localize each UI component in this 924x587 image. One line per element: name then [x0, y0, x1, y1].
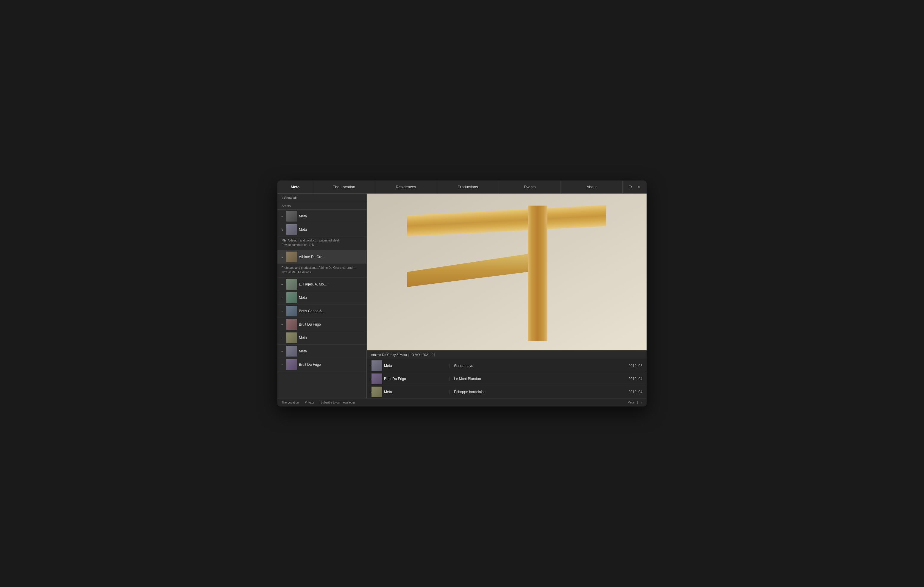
- athime-desc-line1: Prototype and production… Athime De Crec…: [282, 266, 362, 275]
- artist-label: Boris Cappe &…: [299, 309, 325, 313]
- list-item[interactable]: → Meta: [277, 210, 366, 223]
- wood-artwork: [367, 194, 647, 350]
- thumbnail: [286, 346, 297, 357]
- hero-caption: Athime De Crecy & Meta | LO-VO | 2021–04: [367, 350, 647, 359]
- thumbnail: [286, 306, 297, 316]
- arrow-right-icon: →: [280, 323, 285, 326]
- table-row[interactable]: → Bruit Du Frigo Le Mont Blandan 2019–04: [367, 372, 647, 385]
- meta-desc-line1: META design and product… patinated steel…: [282, 238, 362, 243]
- theme-icon[interactable]: ☀: [637, 185, 641, 189]
- footer-privacy-link[interactable]: Privacy: [305, 401, 315, 404]
- nav-events[interactable]: Events: [499, 181, 561, 193]
- nav-productions[interactable]: Productions: [437, 181, 499, 193]
- artist-cell: Meta: [384, 390, 449, 394]
- thumbnail: [286, 359, 297, 370]
- nav-location[interactable]: The Location: [313, 181, 375, 193]
- list-item[interactable]: → Bruit Du Frigo: [277, 358, 366, 372]
- table-row[interactable]: → Meta Guacamayo 2019–08: [367, 359, 647, 372]
- arrow-right-icon: →: [280, 296, 285, 299]
- show-all-label: ↓ Show all: [282, 196, 297, 199]
- meta-description: META design and product… patinated steel…: [277, 237, 366, 250]
- main-nav: Meta The Location Residences Productions…: [277, 181, 647, 194]
- artist-label: Meta: [299, 349, 307, 353]
- footer-location-link[interactable]: The Location: [282, 401, 299, 404]
- lang-label[interactable]: Fr: [629, 185, 632, 189]
- location-cell: Échoppe bordelaise: [449, 390, 624, 394]
- thumbnail: [286, 252, 297, 262]
- list-item[interactable]: ↳ Athime De Cre…: [277, 250, 366, 264]
- svg-rect-2: [528, 206, 548, 341]
- artist-label: Meta: [299, 214, 307, 218]
- arrow-sub-icon: ↳: [280, 228, 285, 232]
- arrow-right-icon: →: [280, 363, 285, 367]
- thumbnail: [286, 211, 297, 222]
- app-window: Meta The Location Residences Productions…: [277, 181, 647, 406]
- footer-newsletter-link[interactable]: Subsribe to our newsletter: [321, 401, 355, 404]
- artwork-svg: [367, 194, 647, 350]
- main-content: ↓ Show all Artists → Meta ↳ Meta META de…: [277, 194, 647, 398]
- artist-label: Bruit Du Frigo: [299, 362, 321, 367]
- hero-image: [367, 194, 647, 350]
- location-cell: Le Mont Blandan: [449, 377, 624, 381]
- artists-header: Artists: [277, 202, 366, 210]
- artist-label: L. Fages, A. Mo…: [299, 282, 327, 286]
- thumbnail: [286, 292, 297, 303]
- thumbnail: [286, 319, 297, 330]
- production-table: → Meta Guacamayo 2019–08 → Bruit Du Frig…: [367, 359, 647, 398]
- footer-meta-label: Meta: [627, 401, 634, 404]
- row-thumbnail: [371, 373, 382, 384]
- athime-description: Prototype and production… Athime De Crec…: [277, 264, 366, 278]
- footer-right-area: Meta | ↑: [627, 401, 642, 404]
- artist-label: Meta: [299, 296, 307, 300]
- list-item[interactable]: → Meta: [277, 345, 366, 358]
- page-footer: The Location Privacy Subsribe to our new…: [277, 398, 647, 406]
- arrow-right-icon: →: [280, 214, 285, 218]
- list-item[interactable]: → Meta: [277, 291, 366, 304]
- artist-label: Bruit Du Frigo: [299, 322, 321, 327]
- arrow-right-icon: →: [280, 309, 285, 313]
- sidebar: ↓ Show all Artists → Meta ↳ Meta META de…: [277, 194, 367, 398]
- artist-label: Meta: [299, 336, 307, 340]
- artist-cell: Bruit Du Frigo: [384, 377, 449, 381]
- date-cell: 2019–08: [624, 364, 647, 368]
- arrow-right-icon: →: [367, 390, 371, 394]
- thumbnail: [286, 279, 297, 289]
- list-item[interactable]: → L. Fages, A. Mo…: [277, 278, 366, 291]
- list-item[interactable]: ↳ Meta: [277, 223, 366, 237]
- nav-about[interactable]: About: [561, 181, 623, 193]
- arrow-right-icon: →: [367, 364, 371, 368]
- artist-cell: Meta: [384, 364, 449, 368]
- arrow-right-icon: →: [280, 349, 285, 353]
- date-cell: 2019–04: [624, 390, 647, 394]
- row-thumbnail: [371, 360, 382, 371]
- thumbnail: [286, 332, 297, 343]
- show-all-button[interactable]: ↓ Show all: [277, 194, 366, 202]
- list-item[interactable]: → Bruit Du Frigo: [277, 318, 366, 331]
- row-thumbnail: [371, 386, 382, 397]
- list-item[interactable]: → Meta: [277, 331, 366, 345]
- footer-divider: |: [637, 401, 638, 404]
- meta-desc-line2: Private commission. © M…: [282, 243, 362, 247]
- arrow-right-icon: →: [280, 283, 285, 286]
- thumbnail: [286, 224, 297, 235]
- artist-label: Athime De Cre…: [299, 255, 326, 259]
- content-area: Athime De Crecy & Meta | LO-VO | 2021–04…: [367, 194, 647, 398]
- date-cell: 2019–04: [624, 377, 647, 381]
- arrow-right-icon: →: [280, 336, 285, 340]
- arrow-right-icon: →: [367, 377, 371, 381]
- nav-meta[interactable]: Meta: [277, 181, 313, 193]
- artist-label: Meta: [299, 227, 307, 232]
- scroll-up-button[interactable]: ↑: [641, 401, 642, 404]
- list-item[interactable]: → Boris Cappe &…: [277, 304, 366, 318]
- nav-lang-theme[interactable]: Fr ☀: [623, 181, 647, 193]
- location-cell: Guacamayo: [449, 364, 624, 368]
- arrow-sub-icon: ↳: [280, 255, 285, 259]
- nav-residences[interactable]: Residences: [375, 181, 437, 193]
- table-row[interactable]: → Meta Échoppe bordelaise 2019–04: [367, 385, 647, 398]
